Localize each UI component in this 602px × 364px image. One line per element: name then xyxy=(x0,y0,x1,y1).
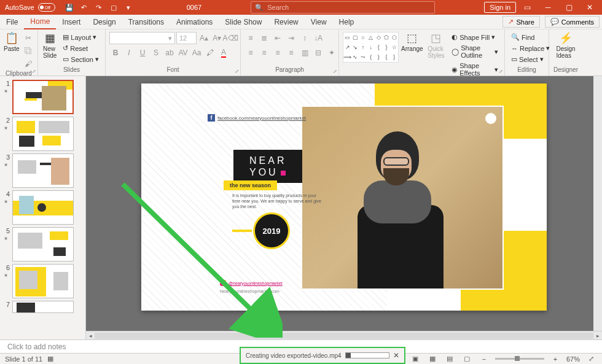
clear-format-icon[interactable]: A⌫ xyxy=(224,32,237,44)
highlight-icon[interactable]: 🖍 xyxy=(204,47,216,59)
normal-view-icon[interactable]: ▣ xyxy=(409,355,421,363)
vertical-scrollbar[interactable] xyxy=(593,76,602,331)
shapes-gallery[interactable]: ▭▢○△◇⬠⬡ ↗↘↑↓{}☆ ⟿∿⤳(){} xyxy=(343,32,399,63)
undo-icon[interactable]: ↶ xyxy=(77,1,91,14)
shape-effects-button[interactable]: ◉ Shape Effects ▾ xyxy=(449,61,501,78)
tab-home[interactable]: Home xyxy=(24,15,56,29)
tab-view[interactable]: View xyxy=(305,15,333,29)
slide-web: Nearyouonlineshopmarket.com xyxy=(220,289,280,293)
slide-thumb-2[interactable] xyxy=(12,117,74,151)
reset-button[interactable]: ↺ Reset xyxy=(60,43,101,53)
strike-icon[interactable]: S xyxy=(150,47,162,59)
tab-animations[interactable]: Animations xyxy=(170,15,219,29)
text-direction-icon[interactable]: ↓A xyxy=(312,32,324,44)
font-size-select[interactable]: 12 xyxy=(176,32,197,44)
fit-window-icon[interactable]: ⤢ xyxy=(585,355,597,363)
justify-icon[interactable]: ≡ xyxy=(285,47,297,59)
font-launcher[interactable]: ⤢ xyxy=(235,69,239,74)
bold-icon[interactable]: B xyxy=(109,47,122,59)
smartart-icon[interactable]: ✦ xyxy=(326,47,338,59)
tab-transitions[interactable]: Transitions xyxy=(122,15,170,29)
shape-outline-button[interactable]: ◯ Shape Outline ▾ xyxy=(449,43,501,60)
bullets-icon[interactable]: ≡ xyxy=(244,32,257,44)
slide-canvas[interactable]: ffacebook.com/nearyouonlineshopmarket NE… xyxy=(141,83,547,311)
ribbon-display-icon[interactable]: ▭ xyxy=(517,0,537,15)
clipboard-launcher[interactable]: ⤢ xyxy=(32,69,36,74)
shape-fill-button[interactable]: ◐ Shape Fill ▾ xyxy=(449,32,501,42)
animation-star-icon: ★ xyxy=(4,273,10,278)
scroll-left-icon[interactable]: ◂ xyxy=(86,333,95,339)
zoom-percent[interactable]: 67% xyxy=(566,355,580,363)
slide-thumb-4[interactable] xyxy=(12,190,74,225)
zoom-slider[interactable] xyxy=(495,358,544,360)
reading-view-icon[interactable]: ▤ xyxy=(444,355,456,363)
redo-icon[interactable]: ↷ xyxy=(92,1,106,14)
layout-button[interactable]: ▤ Layout ▾ xyxy=(60,32,101,42)
increase-font-icon[interactable]: A▴ xyxy=(198,32,209,44)
slide-thumb-7[interactable] xyxy=(12,301,74,313)
slide-thumb-3[interactable] xyxy=(12,153,74,188)
quick-styles-button[interactable]: ◳Quick Styles xyxy=(426,32,447,59)
present-icon[interactable]: ▢ xyxy=(107,1,120,14)
indent-right-icon[interactable]: ⇥ xyxy=(285,32,297,44)
save-icon[interactable]: 💾 xyxy=(63,1,76,14)
search-box[interactable]: 🔍 Search xyxy=(251,1,435,14)
horizontal-scrollbar[interactable]: ◂▸ xyxy=(86,331,602,339)
toggle-switch[interactable]: Off xyxy=(38,3,55,12)
slide-thumb-6[interactable] xyxy=(12,264,74,298)
spacing-icon[interactable]: AV xyxy=(177,47,189,59)
align-center-icon[interactable]: ≡ xyxy=(258,47,270,59)
tab-insert[interactable]: Insert xyxy=(56,15,87,29)
close-button[interactable]: ✕ xyxy=(580,0,600,15)
design-ideas-button[interactable]: ⚡Design Ideas xyxy=(553,32,579,59)
minimize-button[interactable]: ─ xyxy=(538,0,558,15)
tab-slideshow[interactable]: Slide Show xyxy=(219,15,268,29)
tab-design[interactable]: Design xyxy=(87,15,122,29)
align-text-icon[interactable]: ⊟ xyxy=(312,47,324,59)
slide-thumb-5[interactable] xyxy=(12,227,74,261)
italic-icon[interactable]: I xyxy=(123,47,135,59)
tab-help[interactable]: Help xyxy=(333,15,361,29)
paste-button[interactable]: 📋Paste xyxy=(4,32,20,52)
line-spacing-icon[interactable]: ↕ xyxy=(299,32,311,44)
replace-button[interactable]: ↔ Replace ▾ xyxy=(509,43,552,53)
numbering-icon[interactable]: ≣ xyxy=(258,32,270,44)
sorter-view-icon[interactable]: ▦ xyxy=(426,355,439,363)
zoom-out-icon[interactable]: − xyxy=(478,355,490,363)
arrange-button[interactable]: ⬚Arrange xyxy=(401,32,423,52)
font-color-icon[interactable]: A xyxy=(217,47,230,59)
case-icon[interactable]: Aa xyxy=(190,47,203,59)
tab-review[interactable]: Review xyxy=(268,15,304,29)
indent-left-icon[interactable]: ⇤ xyxy=(272,32,284,44)
format-painter-icon[interactable]: 🖌 xyxy=(22,58,34,70)
sign-in-button[interactable]: Sign in xyxy=(484,2,516,13)
select-button[interactable]: ▭ Select ▾ xyxy=(509,54,552,64)
accessibility-icon[interactable]: ▦ xyxy=(47,355,53,363)
paragraph-launcher[interactable]: ⤢ xyxy=(333,69,337,74)
slide-thumb-1[interactable] xyxy=(12,80,74,114)
cut-icon[interactable]: ✂ xyxy=(22,32,34,44)
scroll-right-icon[interactable]: ▸ xyxy=(593,333,602,339)
columns-icon[interactable]: ▥ xyxy=(299,47,311,59)
underline-icon[interactable]: U xyxy=(136,47,149,59)
autosave-toggle[interactable]: AutoSave Off xyxy=(0,3,60,12)
decrease-font-icon[interactable]: A▾ xyxy=(211,32,223,44)
drawing-launcher[interactable]: ⤢ xyxy=(499,69,503,74)
zoom-in-icon[interactable]: + xyxy=(549,355,561,363)
align-right-icon[interactable]: ≡ xyxy=(272,47,284,59)
shadow-icon[interactable]: ab xyxy=(163,47,176,59)
qat-dropdown-icon[interactable]: ▾ xyxy=(122,1,135,14)
share-button[interactable]: ↗Share xyxy=(502,16,539,28)
section-button[interactable]: ▭ Section ▾ xyxy=(60,54,101,64)
copy-icon[interactable]: ⿻ xyxy=(22,45,34,57)
align-left-icon[interactable]: ≡ xyxy=(244,47,257,59)
font-family-select[interactable]: ▾ xyxy=(109,32,175,44)
comments-button[interactable]: 💬Comments xyxy=(545,16,600,28)
tab-file[interactable]: File xyxy=(0,15,24,29)
new-slide-button[interactable]: ▦New Slide xyxy=(42,32,58,59)
find-button[interactable]: 🔍 Find xyxy=(509,32,552,42)
maximize-button[interactable]: ▢ xyxy=(559,0,579,15)
slideshow-view-icon[interactable]: ▢ xyxy=(461,355,473,363)
design-ideas-icon: ⚡ xyxy=(560,32,572,44)
export-cancel-button[interactable]: ✕ xyxy=(393,351,399,360)
